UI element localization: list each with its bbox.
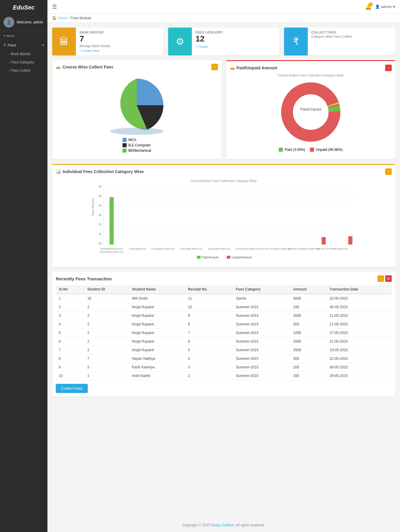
- footer-company-link[interactable]: Rudra Softech: [211, 523, 234, 527]
- fees-category-icon: ⚙: [168, 28, 192, 55]
- sidebar-item-fees-collect[interactable]: › Fees Collect: [0, 66, 47, 75]
- table-cell-category: Summer-2015: [233, 320, 290, 329]
- svg-text:Library(MCA-Batch-01): Library(MCA-Batch-01): [235, 247, 260, 250]
- course-chart-minimize[interactable]: −: [211, 64, 218, 70]
- table-cell-student_id: 2: [85, 346, 129, 354]
- svg-text:Paid/Unpaid: Paid/Unpaid: [300, 107, 321, 111]
- svg-text:0k: 0k: [99, 242, 102, 245]
- table-cell-sr: 7: [56, 346, 85, 354]
- paid-unpaid-header: 🥧 Paid/Unpaid Amount −: [230, 65, 392, 71]
- breadcrumb-home[interactable]: Home: [58, 16, 67, 20]
- table-cell-student_id: 5: [85, 363, 129, 372]
- table-cell-category: Summer-2015: [233, 337, 290, 346]
- table-row: 116Will Smith11Sports500022-05-2015: [56, 294, 392, 303]
- table-cell-receipt: 11: [185, 294, 233, 303]
- table-cell-student_id: 16: [85, 294, 129, 303]
- bar-chart-svg: Current Active Fees Collection Category …: [56, 177, 392, 260]
- table-cell-student_name: Kinjal Ruparel: [129, 311, 185, 320]
- table-cell-receipt: 9: [185, 311, 233, 320]
- table-row: 72Kinjal Ruparel5Summer-2015250019-05-20…: [56, 346, 392, 354]
- table-cell-student_name: Kinjal Ruparel: [129, 329, 185, 337]
- bank-master-link[interactable]: + Create New: [79, 49, 160, 52]
- legend-dot-bemech: [122, 148, 127, 153]
- table-row: 22Kinjal Ruparel10Summer-201510006-05-20…: [56, 303, 392, 311]
- main-content: ☰ 🔔 8 👤 admin ▾ 🏠 Home / Fees Module 🏛: [47, 0, 400, 532]
- donut-legend: Paid (3.04%) Unpaid (96.96%): [279, 148, 342, 152]
- sidebar-user: 👤 Welcome, admin: [0, 14, 47, 31]
- breadcrumb: 🏠 Home / Fees Module: [47, 14, 400, 23]
- svg-text:Summer-2015(MCA-Batch-02): Summer-2015(MCA-Batch-02): [288, 247, 320, 250]
- svg-rect-38: [227, 256, 230, 259]
- table-cell-category: Sports: [233, 294, 290, 303]
- legend-dot-paid: [279, 148, 283, 152]
- table-cell-amount: 5000: [290, 294, 327, 303]
- fees-category-body: FEES CATEGORY 12 + Create: [192, 28, 279, 55]
- sidebar-item-fees-category[interactable]: › Fees Category: [0, 58, 47, 66]
- table-cell-student_name: Nayan Nathiya: [129, 354, 185, 363]
- topbar-left: ☰: [52, 4, 57, 10]
- table-cell-receipt: 3: [185, 363, 233, 372]
- table-cell-date: 06-05-2015: [327, 363, 392, 372]
- table-cell-student_name: Will Smith: [129, 294, 185, 303]
- footer: Copyright © 2015 Rudra Softech. All righ…: [47, 518, 400, 532]
- paid-unpaid-minimize[interactable]: −: [385, 65, 392, 71]
- svg-text:6k: 6k: [99, 185, 102, 188]
- col-receipt: Receipt No.: [185, 285, 233, 294]
- table-cell-category: Summer-2015: [233, 329, 290, 337]
- table-cell-category: Summer-2015: [233, 303, 290, 311]
- arrow-icon: ›: [8, 69, 9, 72]
- col-srno: Sr.No: [56, 285, 85, 294]
- fees-category-link[interactable]: + Create: [195, 45, 276, 48]
- table-cell-date: 06-05-2015: [327, 303, 392, 311]
- sidebar-fees-header[interactable]: ₹ Fees ▾: [0, 41, 47, 50]
- col-fees-category: Fees Category: [233, 285, 290, 294]
- bank-master-number: 7: [79, 34, 160, 44]
- table-cell-category: Summer-2015: [233, 372, 290, 380]
- user-menu[interactable]: 👤 admin ▾: [375, 4, 395, 9]
- table-cell-amount: 2000: [290, 311, 327, 320]
- legend-mca: MCA: [122, 138, 151, 142]
- donut-chart-svg: Paid/Unpaid: [278, 79, 343, 145]
- table-cell-receipt: 2: [185, 372, 233, 380]
- sidebar-menu-label[interactable]: ▾ Menu: [0, 31, 47, 39]
- charts-row: 🥧 Course Wise Collect Fees −: [52, 60, 395, 159]
- table-cell-student_name: Kinjal Ruparel: [129, 346, 185, 354]
- table-row: 101Ankit Narthi2Summer-201520029-05-2015: [56, 372, 392, 380]
- table-cell-sr: 2: [56, 303, 85, 311]
- topbar: ☰ 🔔 8 👤 admin ▾: [47, 0, 400, 14]
- legend-dot-unpaid: [310, 148, 314, 152]
- svg-text:Library(BE-Batch-02): Library(BE-Batch-02): [180, 247, 202, 250]
- table-cell-sr: 6: [56, 337, 85, 346]
- table-cell-student_name: Kinjal Ruparel: [129, 303, 185, 311]
- table-cell-date: 22-05-2015: [327, 294, 392, 303]
- course-chart-panel: 🥧 Course Wise Collect Fees −: [52, 60, 221, 159]
- notification-bell[interactable]: 🔔 8: [365, 4, 372, 10]
- table-cell-sr: 3: [56, 311, 85, 320]
- table-cell-amount: 300: [290, 354, 327, 363]
- table-cell-student_id: 2: [85, 329, 129, 337]
- bar-chart-panel: 📊 Individual Fees Collection Category Wi…: [52, 164, 395, 267]
- arrow-icon: ›: [8, 52, 9, 56]
- sidebar-item-bank-master[interactable]: › Bank Master: [0, 50, 47, 58]
- table-cell-amount: 200: [290, 372, 327, 380]
- fees-category-title: FEES CATEGORY: [195, 31, 276, 34]
- svg-text:Library(BE-Batch-01): Library(BE-Batch-01): [208, 247, 230, 250]
- transaction-table: Sr.No Student ID Student Name Receipt No…: [56, 285, 392, 380]
- svg-rect-23: [110, 197, 114, 245]
- col-amount: Amount: [290, 285, 327, 294]
- table-cell-date: 21-05-2015: [327, 320, 392, 329]
- hamburger-button[interactable]: ☰: [52, 4, 57, 10]
- table-minimize-button[interactable]: −: [377, 275, 384, 282]
- table-close-button[interactable]: ✕: [385, 275, 392, 282]
- table-body: 116Will Smith11Sports500022-05-201522Kin…: [56, 294, 392, 380]
- pie-icon: 🥧: [56, 65, 61, 69]
- svg-text:Fees Amount: Fees Amount: [91, 198, 95, 216]
- col-date: Transaction Date: [327, 285, 392, 294]
- table-cell-sr: 8: [56, 354, 85, 363]
- collect-fees-button[interactable]: Collect Fees: [56, 384, 88, 393]
- table-cell-date: 27-05-2015: [327, 329, 392, 337]
- svg-text:Library(BSc-Batch-01): Library(BSc-Batch-01): [151, 247, 175, 250]
- bar-chart-minimize[interactable]: −: [385, 168, 392, 175]
- dropdown-arrow: ▾: [393, 4, 395, 9]
- welcome-text: Welcome, admin: [17, 20, 43, 24]
